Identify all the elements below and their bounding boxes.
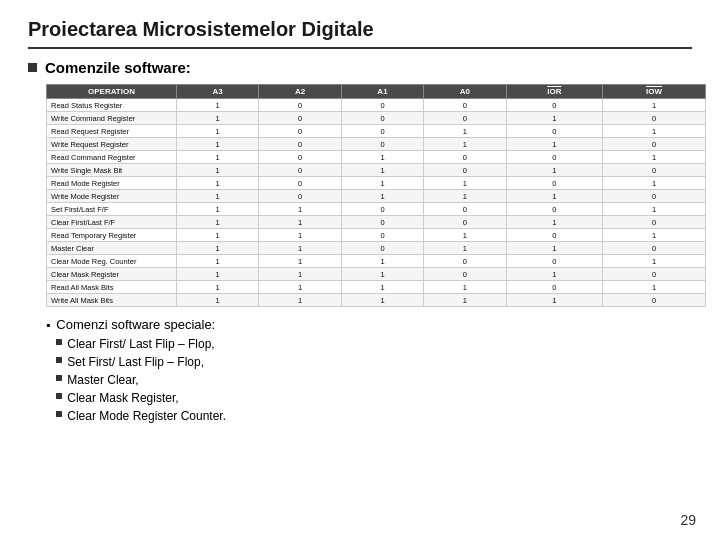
list-item-text: Clear Mask Register, bbox=[67, 389, 178, 407]
cell-value: 1 bbox=[177, 177, 259, 190]
list-item-text: Set First/ Last Flip – Flop, bbox=[67, 353, 204, 371]
cell-value: 1 bbox=[259, 203, 341, 216]
cell-value: 1 bbox=[506, 294, 603, 307]
cell-value: 1 bbox=[259, 281, 341, 294]
cell-value: 1 bbox=[177, 229, 259, 242]
page-number: 29 bbox=[680, 512, 696, 528]
cell-value: 1 bbox=[341, 164, 423, 177]
cell-value: 0 bbox=[506, 125, 603, 138]
cell-value: 0 bbox=[506, 229, 603, 242]
cell-value: 0 bbox=[259, 164, 341, 177]
table-container: OPERATION A3 A2 A1 A0 IOR IOW Read Statu… bbox=[46, 84, 692, 307]
q-bullet-icon: ▪ bbox=[46, 318, 50, 332]
cell-value: 1 bbox=[506, 112, 603, 125]
col-a3: A3 bbox=[177, 85, 259, 99]
cell-operation: Read Status Register bbox=[47, 99, 177, 112]
table-row: Read All Mask Bits111101 bbox=[47, 281, 706, 294]
list-bullet-icon bbox=[56, 411, 62, 417]
special-title: Comenzi software speciale: bbox=[56, 317, 226, 332]
list-item: Clear First/ Last Flip – Flop, bbox=[56, 335, 226, 353]
cell-value: 1 bbox=[506, 164, 603, 177]
bullet-icon bbox=[28, 63, 37, 72]
cell-value: 0 bbox=[603, 242, 706, 255]
list-item-text: Master Clear, bbox=[67, 371, 138, 389]
cell-value: 0 bbox=[424, 268, 506, 281]
table-row: Clear First/Last F/F110010 bbox=[47, 216, 706, 229]
table-body: Read Status Register100001Write Command … bbox=[47, 99, 706, 307]
list-bullet-icon bbox=[56, 357, 62, 363]
cell-value: 0 bbox=[259, 112, 341, 125]
cell-value: 1 bbox=[177, 268, 259, 281]
special-content: Comenzi software speciale: Clear First/ … bbox=[56, 317, 226, 425]
cell-value: 1 bbox=[177, 112, 259, 125]
cell-value: 0 bbox=[341, 99, 423, 112]
cell-operation: Write Command Register bbox=[47, 112, 177, 125]
cell-value: 1 bbox=[177, 164, 259, 177]
cell-value: 1 bbox=[259, 216, 341, 229]
cell-operation: Set First/Last F/F bbox=[47, 203, 177, 216]
cell-value: 0 bbox=[424, 255, 506, 268]
cell-value: 1 bbox=[341, 177, 423, 190]
col-a1: A1 bbox=[341, 85, 423, 99]
cell-value: 0 bbox=[259, 125, 341, 138]
cell-value: 0 bbox=[603, 138, 706, 151]
cell-value: 1 bbox=[506, 216, 603, 229]
cell-operation: Read Command Register bbox=[47, 151, 177, 164]
cell-operation: Write Single Mask Bit bbox=[47, 164, 177, 177]
cell-operation: Read Mode Register bbox=[47, 177, 177, 190]
page-title: Proiectarea Microsistemelor Digitale bbox=[28, 18, 692, 49]
special-list: Clear First/ Last Flip – Flop,Set First/… bbox=[56, 335, 226, 425]
cell-value: 0 bbox=[506, 151, 603, 164]
col-ior: IOR bbox=[506, 85, 603, 99]
cell-value: 0 bbox=[341, 125, 423, 138]
cell-value: 1 bbox=[341, 255, 423, 268]
cell-operation: Write All Mask Bits bbox=[47, 294, 177, 307]
cell-value: 0 bbox=[341, 229, 423, 242]
cell-value: 1 bbox=[177, 242, 259, 255]
table-row: Clear Mode Reg. Counter111001 bbox=[47, 255, 706, 268]
list-item: Set First/ Last Flip – Flop, bbox=[56, 353, 226, 371]
cell-value: 1 bbox=[424, 242, 506, 255]
cell-value: 1 bbox=[603, 281, 706, 294]
cell-value: 1 bbox=[603, 151, 706, 164]
table-row: Write Single Mask Bit101010 bbox=[47, 164, 706, 177]
cell-value: 0 bbox=[603, 216, 706, 229]
cell-value: 0 bbox=[341, 203, 423, 216]
cell-value: 1 bbox=[424, 294, 506, 307]
cell-operation: Read Request Register bbox=[47, 125, 177, 138]
list-item-text: Clear Mode Register Counter. bbox=[67, 407, 226, 425]
cell-value: 1 bbox=[506, 268, 603, 281]
cell-operation: Write Request Register bbox=[47, 138, 177, 151]
table-row: Read Temporary Register110101 bbox=[47, 229, 706, 242]
cell-value: 0 bbox=[506, 255, 603, 268]
cell-value: 0 bbox=[259, 177, 341, 190]
cell-operation: Read Temporary Register bbox=[47, 229, 177, 242]
cell-value: 1 bbox=[341, 281, 423, 294]
cell-value: 1 bbox=[341, 294, 423, 307]
cell-operation: Clear First/Last F/F bbox=[47, 216, 177, 229]
list-item: Master Clear, bbox=[56, 371, 226, 389]
table-row: Clear Mask Register111010 bbox=[47, 268, 706, 281]
cell-value: 0 bbox=[506, 99, 603, 112]
table-row: Write Command Register100010 bbox=[47, 112, 706, 125]
cell-value: 1 bbox=[603, 203, 706, 216]
cell-value: 1 bbox=[177, 190, 259, 203]
cell-value: 1 bbox=[177, 99, 259, 112]
table-row: Write Request Register100110 bbox=[47, 138, 706, 151]
cell-value: 0 bbox=[603, 268, 706, 281]
cell-value: 0 bbox=[341, 112, 423, 125]
table-row: Read Status Register100001 bbox=[47, 99, 706, 112]
cell-operation: Write Mode Register bbox=[47, 190, 177, 203]
cell-value: 1 bbox=[424, 177, 506, 190]
cell-value: 1 bbox=[341, 151, 423, 164]
cell-value: 1 bbox=[177, 151, 259, 164]
cell-value: 0 bbox=[259, 138, 341, 151]
cell-value: 0 bbox=[424, 112, 506, 125]
list-bullet-icon bbox=[56, 339, 62, 345]
cell-value: 1 bbox=[259, 229, 341, 242]
special-section: ▪ Comenzi software speciale: Clear First… bbox=[46, 317, 692, 425]
list-item-text: Clear First/ Last Flip – Flop, bbox=[67, 335, 214, 353]
cell-value: 1 bbox=[341, 190, 423, 203]
cell-value: 0 bbox=[424, 164, 506, 177]
page: Proiectarea Microsistemelor Digitale Com… bbox=[0, 0, 720, 540]
